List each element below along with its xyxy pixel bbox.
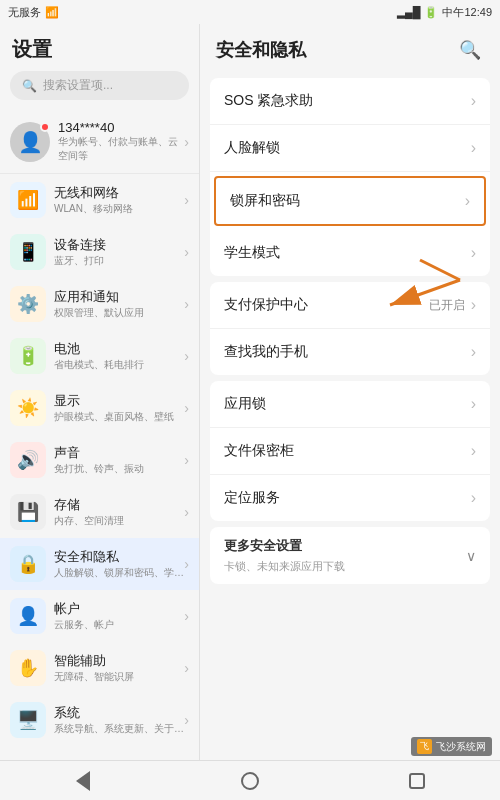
account-chevron-icon: ›	[184, 608, 189, 624]
home-icon	[241, 772, 259, 790]
location-right: ›	[471, 489, 476, 507]
sidebar-storage-text: 存储 内存、空间清理	[54, 496, 184, 528]
vault-chevron-icon: ›	[471, 442, 476, 460]
location-label: 定位服务	[224, 489, 280, 507]
profile-text: 134****40 华为帐号、付款与账单、云空间等	[58, 120, 184, 163]
menu-item-payment[interactable]: 支付保护中心 已开启 ›	[210, 282, 490, 329]
more-settings-text: 更多安全设置 卡锁、未知来源应用下载	[224, 537, 345, 574]
sidebar-item-sound[interactable]: 🔊 声音 免打扰、铃声、振动 ›	[0, 434, 199, 486]
status-right: ▂▄█ 🔋 中午12:49	[397, 5, 492, 20]
main-layout: 设置 🔍 搜索设置项... 👤 134****40 华为帐号、付款与账单、云空间…	[0, 24, 500, 760]
sidebar-security-text: 安全和隐私 人脸解锁、锁屏和密码、学生模式	[54, 548, 184, 580]
sidebar-title: 设置	[0, 24, 199, 71]
sidebar-display-title: 显示	[54, 392, 184, 410]
sidebar-accessibility-text: 智能辅助 无障碍、智能识屏	[54, 652, 184, 684]
signal-icon: ▂▄█	[397, 6, 421, 19]
right-panel-title: 安全和隐私	[216, 38, 306, 62]
sidebar-item-device[interactable]: 📱 设备连接 蓝牙、打印 ›	[0, 226, 199, 278]
sound-icon: 🔊	[10, 442, 46, 478]
menu-item-applock[interactable]: 应用锁 ›	[210, 381, 490, 428]
sidebar-security-title: 安全和隐私	[54, 548, 184, 566]
payment-chevron-icon: ›	[471, 296, 476, 314]
back-icon	[76, 771, 90, 791]
device-icon: 📱	[10, 234, 46, 270]
sidebar-battery-text: 电池 省电模式、耗电排行	[54, 340, 184, 372]
watermark: 飞 飞沙系统网	[411, 737, 492, 756]
sidebar-wifi-text: 无线和网络 WLAN、移动网络	[54, 184, 184, 216]
menu-item-sos[interactable]: SOS 紧急求助 ›	[210, 78, 490, 125]
sidebar-item-storage[interactable]: 💾 存储 内存、空间清理 ›	[0, 486, 199, 538]
menu-item-student[interactable]: 学生模式 ›	[210, 230, 490, 276]
sidebar-device-subtitle: 蓝牙、打印	[54, 254, 184, 268]
recent-icon	[409, 773, 425, 789]
lockscreen-label: 锁屏和密码	[230, 192, 300, 210]
section-3: 应用锁 › 文件保密柜 › 定位服务 ›	[210, 381, 490, 521]
accessibility-icon: ✋	[10, 650, 46, 686]
sidebar-device-title: 设备连接	[54, 236, 184, 254]
applock-right: ›	[471, 395, 476, 413]
sidebar-item-accessibility[interactable]: ✋ 智能辅助 无障碍、智能识屏 ›	[0, 642, 199, 694]
sidebar-sound-title: 声音	[54, 444, 184, 462]
right-header: 安全和隐私 🔍	[200, 24, 500, 72]
accessibility-chevron-icon: ›	[184, 660, 189, 676]
avatar: 👤	[10, 122, 50, 162]
more-settings-toggle[interactable]: 更多安全设置 卡锁、未知来源应用下载 ∨	[210, 527, 490, 584]
apps-icon: ⚙️	[10, 286, 46, 322]
sidebar: 设置 🔍 搜索设置项... 👤 134****40 华为帐号、付款与账单、云空间…	[0, 24, 200, 760]
face-chevron-icon: ›	[471, 139, 476, 157]
display-chevron-icon: ›	[184, 400, 189, 416]
profile-item[interactable]: 👤 134****40 华为帐号、付款与账单、云空间等 ›	[0, 110, 199, 174]
back-button[interactable]	[53, 766, 113, 796]
find-phone-label: 查找我的手机	[224, 343, 308, 361]
sidebar-item-wifi[interactable]: 📶 无线和网络 WLAN、移动网络 ›	[0, 174, 199, 226]
more-settings-sub: 卡锁、未知来源应用下载	[224, 555, 345, 574]
search-button[interactable]: 🔍	[456, 36, 484, 64]
location-chevron-icon: ›	[471, 489, 476, 507]
sidebar-system-text: 系统 系统导航、系统更新、关于平板、语言和输入法	[54, 704, 184, 736]
status-bar: 无服务 📶 ▂▄█ 🔋 中午12:49	[0, 0, 500, 24]
device-chevron-icon: ›	[184, 244, 189, 260]
payment-value: 已开启	[429, 297, 465, 314]
menu-item-lockscreen[interactable]: 锁屏和密码 ›	[214, 176, 486, 226]
search-box[interactable]: 🔍 搜索设置项...	[10, 71, 189, 100]
notification-dot	[40, 122, 50, 132]
sos-chevron-icon: ›	[471, 92, 476, 110]
sidebar-item-account[interactable]: 👤 帐户 云服务、帐户 ›	[0, 590, 199, 642]
menu-item-location[interactable]: 定位服务 ›	[210, 475, 490, 521]
sidebar-item-security[interactable]: 🔒 安全和隐私 人脸解锁、锁屏和密码、学生模式 ›	[0, 538, 199, 590]
menu-item-find-phone[interactable]: 查找我的手机 ›	[210, 329, 490, 375]
lockscreen-right: ›	[465, 192, 470, 210]
sidebar-storage-title: 存储	[54, 496, 184, 514]
security-chevron-icon: ›	[184, 556, 189, 572]
section-2: 支付保护中心 已开启 › 查找我的手机 ›	[210, 282, 490, 375]
sidebar-device-text: 设备连接 蓝牙、打印	[54, 236, 184, 268]
watermark-text: 飞沙系统网	[436, 740, 486, 754]
payment-right: 已开启 ›	[429, 296, 476, 314]
sidebar-item-apps[interactable]: ⚙️ 应用和通知 权限管理、默认应用 ›	[0, 278, 199, 330]
sidebar-display-text: 显示 护眼模式、桌面风格、壁纸	[54, 392, 184, 424]
vault-right: ›	[471, 442, 476, 460]
find-phone-chevron-icon: ›	[471, 343, 476, 361]
carrier-text: 无服务	[8, 5, 41, 20]
recent-button[interactable]	[387, 766, 447, 796]
sidebar-item-system[interactable]: 🖥️ 系统 系统导航、系统更新、关于平板、语言和输入法 ›	[0, 694, 199, 746]
time-text: 中午12:49	[442, 5, 492, 20]
menu-item-face[interactable]: 人脸解锁 ›	[210, 125, 490, 172]
student-chevron-icon: ›	[471, 244, 476, 262]
sos-right: ›	[471, 92, 476, 110]
sidebar-item-battery[interactable]: 🔋 电池 省电模式、耗电排行 ›	[0, 330, 199, 382]
right-panel: 安全和隐私 🔍 SOS 紧急求助 › 人脸解锁 › 锁屏和密码 ›	[200, 24, 500, 760]
sidebar-item-display[interactable]: ☀️ 显示 护眼模式、桌面风格、壁纸 ›	[0, 382, 199, 434]
payment-label: 支付保护中心	[224, 296, 308, 314]
sidebar-apps-title: 应用和通知	[54, 288, 184, 306]
storage-chevron-icon: ›	[184, 504, 189, 520]
face-label: 人脸解锁	[224, 139, 280, 157]
more-settings-chevron-icon: ∨	[466, 548, 476, 564]
wifi-signal-icon: 📶	[45, 6, 59, 19]
home-button[interactable]	[220, 766, 280, 796]
section-1: SOS 紧急求助 › 人脸解锁 › 锁屏和密码 › 学生模式	[210, 78, 490, 276]
menu-item-vault[interactable]: 文件保密柜 ›	[210, 428, 490, 475]
sidebar-account-text: 帐户 云服务、帐户	[54, 600, 184, 632]
student-right: ›	[471, 244, 476, 262]
student-label: 学生模式	[224, 244, 280, 262]
